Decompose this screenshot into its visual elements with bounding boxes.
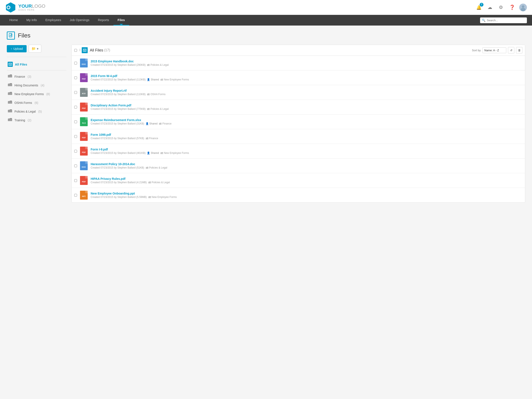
new-folder-button[interactable]: 📁 + — [29, 45, 41, 53]
file-checkbox[interactable] — [74, 91, 77, 94]
notification-badge: 7 — [480, 3, 483, 6]
table-row: PDF Form I-9.pdf Created 07/23/2015 by S… — [72, 144, 525, 158]
sidebar-folder-item[interactable]: OSHA Forms (6) — [7, 98, 66, 107]
page-header: Files — [7, 32, 525, 40]
file-created: Created 07/23/2015 by Stephen Ballard (5… — [91, 166, 144, 169]
file-checkbox[interactable] — [74, 76, 77, 79]
file-rows: DOC 2015 Employee Handbook.doc Created 0… — [72, 56, 525, 202]
sidebar-folder-item[interactable]: Hiring Documents (4) — [7, 81, 66, 90]
file-folder-tag: Policies & Legal — [146, 166, 167, 169]
table-row: DOC Harassment Policy 10-2014.doc Create… — [72, 158, 525, 173]
select-all-checkbox[interactable] — [74, 49, 77, 52]
upload-button[interactable]: ↑ Upload — [7, 45, 27, 52]
nav-reports[interactable]: Reports — [94, 15, 114, 25]
file-checkbox[interactable] — [74, 106, 77, 108]
file-folder-tag: Finance — [146, 137, 158, 140]
file-list-area: ⠿ All Files (17) Sort by — [71, 45, 525, 203]
nav-myinfo[interactable]: My Info — [22, 15, 41, 25]
svg-text:PDF: PDF — [82, 107, 86, 109]
logo-yourlogo: YOURLOGO — [18, 4, 45, 9]
folder-name: OSHA Forms — [14, 101, 32, 104]
nav-employees[interactable]: Employees — [41, 15, 65, 25]
table-row: XLS Expense Reimbursement Form.xlsx Crea… — [72, 114, 525, 129]
help-button[interactable]: ❓ — [508, 4, 516, 11]
file-checkbox[interactable] — [74, 165, 77, 167]
file-list-container: ⠿ All Files (17) Sort by — [71, 45, 525, 203]
file-list-count: (17) — [104, 48, 110, 52]
file-name[interactable]: Harassment Policy 10-2014.doc — [91, 162, 522, 166]
file-name[interactable]: Expense Reimbursement Form.xlsx — [91, 118, 522, 122]
logo-subtitle: GOES HERE — [18, 9, 45, 11]
file-created: Created 07/23/2015 by Stephen Ballard (4… — [91, 152, 146, 154]
file-meta: Created 07/23/2015 by Stephen Ballard (1… — [91, 93, 522, 96]
svg-point-2 — [7, 6, 10, 8]
folder-icon — [8, 74, 12, 79]
sidebar-divider-top — [7, 57, 66, 57]
sidebar-folder-item[interactable]: Training (2) — [7, 116, 66, 125]
file-icon: PPT — [80, 190, 88, 200]
file-icon — [8, 33, 13, 38]
drag-icon: ⠿ — [79, 49, 81, 52]
file-checkbox[interactable] — [74, 179, 77, 182]
file-checkbox[interactable] — [74, 150, 77, 152]
file-name[interactable]: Form I-9.pdf — [91, 148, 522, 151]
file-name[interactable]: HIPAA Privacy Rules.pdf — [91, 177, 522, 180]
page-title-icon — [7, 32, 15, 40]
file-name[interactable]: Disciplinary Action Form.pdf — [91, 104, 522, 107]
file-checkbox[interactable] — [74, 62, 77, 64]
sidebar-all-files[interactable]: All Files — [7, 60, 66, 69]
svg-text:DOC: DOC — [82, 63, 86, 65]
file-icon: DOC — [80, 161, 88, 171]
file-created: Created 07/23/2015 by Stephen Ballard (2… — [91, 63, 146, 66]
file-name[interactable]: 2015 Form W-4.pdf — [91, 74, 522, 78]
folder-list: Finance (3) Hiring Documents (4) New Emp… — [7, 72, 66, 125]
file-created: Created 07/23/2015 by Stephen Ballard (7… — [91, 108, 146, 110]
file-checkbox[interactable] — [74, 135, 77, 138]
settings-button[interactable]: ⚙ — [497, 4, 505, 11]
file-name[interactable]: Accident Injury Report.rtf — [91, 89, 522, 92]
folder-name: Policies & Legal — [14, 110, 36, 113]
file-icon: DOC — [80, 58, 88, 68]
shared-badge: 👤 Shared — [146, 122, 158, 125]
delete-button[interactable]: 🗑 — [516, 47, 522, 53]
file-meta: Created 07/23/2015 by Stephen Ballard (7… — [91, 108, 522, 110]
sidebar-folder-item[interactable]: New Employee Forms (8) — [7, 90, 66, 98]
avatar[interactable] — [519, 4, 527, 11]
file-checkbox[interactable] — [74, 194, 77, 197]
app-header: YOURLOGO GOES HERE 🔔 7 ☁ ⚙ ❓ — [0, 0, 532, 15]
svg-text:RTF: RTF — [82, 93, 86, 95]
restore-button[interactable]: ↺ — [508, 47, 514, 53]
search-input[interactable] — [480, 18, 527, 23]
folder-name: New Employee Forms — [14, 92, 44, 96]
file-list-title: All Files — [90, 48, 103, 53]
nav-home[interactable]: Home — [5, 15, 22, 25]
file-icon: PDF — [80, 132, 88, 141]
file-name[interactable]: Form 1099.pdf — [91, 133, 522, 136]
sort-select[interactable]: Name: A - Z Name: Z - A Date Created Fil… — [482, 47, 506, 53]
file-meta: Created 07/23/2015 by Stephen Ballard (5… — [91, 166, 522, 169]
file-info: 2015 Form W-4.pdf Created 07/22/2015 by … — [91, 74, 522, 81]
file-checkbox[interactable] — [74, 120, 77, 123]
table-row: PPT New Employee Onboarding.ppt Created … — [72, 188, 525, 202]
sidebar-folder-item[interactable]: Finance (3) — [7, 72, 66, 81]
cloud-button[interactable]: ☁ — [486, 4, 494, 11]
file-meta: Created 07/23/2015 by Stephen Ballard (5… — [91, 196, 522, 199]
sidebar-folder-item[interactable]: Policies & Legal (5) — [7, 107, 66, 116]
folder-icon — [8, 109, 12, 114]
nav-search-area: 🔍 — [480, 18, 527, 23]
folder-icon — [8, 83, 12, 88]
notifications-button[interactable]: 🔔 7 — [475, 4, 483, 11]
file-name[interactable]: 2015 Employee Handbook.doc — [91, 60, 522, 63]
nav-jobopenings[interactable]: Job Openings — [65, 15, 94, 25]
file-icon: XLS — [80, 117, 88, 127]
file-name[interactable]: New Employee Onboarding.ppt — [91, 192, 522, 195]
nav-files[interactable]: Files — [114, 15, 129, 25]
shared-badge: 👤 Shared — [147, 152, 159, 154]
person-icon: 👤 — [146, 122, 149, 125]
file-info: New Employee Onboarding.ppt Created 07/2… — [91, 192, 522, 199]
folder-name: Hiring Documents — [14, 84, 38, 87]
toolbar-row: ↑ Upload 📁 + — [7, 45, 66, 53]
file-list-header: ⠿ All Files (17) Sort by — [72, 45, 525, 56]
page-content: Files ↑ Upload 📁 + — [0, 25, 532, 399]
file-meta: Created 07/23/2015 by Stephen Ballard (2… — [91, 63, 522, 66]
